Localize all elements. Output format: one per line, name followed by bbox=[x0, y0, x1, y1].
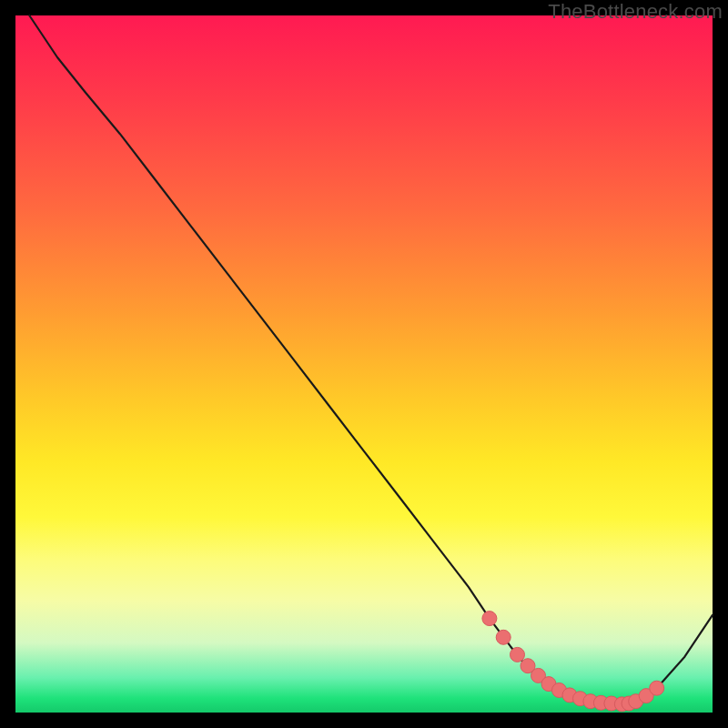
gradient-plot-area bbox=[15, 15, 713, 713]
chart-frame: TheBottleneck.com bbox=[0, 0, 728, 728]
